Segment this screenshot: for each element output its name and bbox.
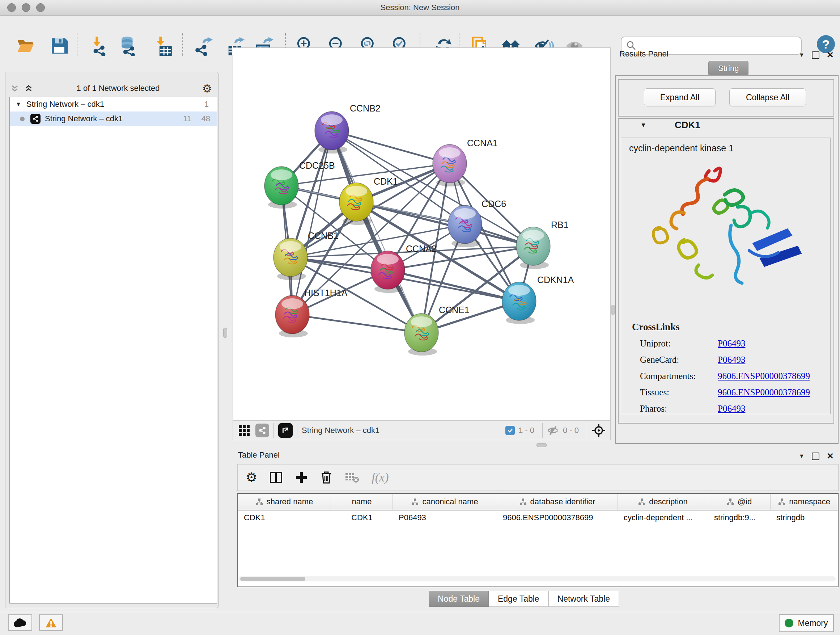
collection-label: String Network – cdk1 — [27, 100, 204, 109]
add-column-icon[interactable] — [295, 471, 308, 484]
show-columns-icon[interactable] — [270, 471, 283, 484]
protein-description: cyclin-dependent kinase 1 — [629, 143, 830, 154]
apply-function-icon: f(x) — [371, 470, 388, 485]
network-node-ccnb2[interactable]: CCNB2 — [315, 103, 381, 154]
table-panel-tabs: Node Table Edge Table Network Table — [429, 591, 619, 607]
node-label-rb1: RB1 — [551, 220, 569, 230]
column-header[interactable]: name — [331, 494, 393, 510]
table-scrollbar-thumb[interactable] — [240, 577, 305, 581]
detach-view-icon[interactable] — [278, 423, 293, 438]
undock-panel-icon[interactable] — [812, 453, 819, 460]
network-options-gear-icon[interactable]: ⚙ — [202, 82, 212, 95]
tab-edge-table[interactable]: Edge Table — [489, 591, 548, 607]
right-splitter-handle[interactable] — [611, 305, 615, 315]
float-panel-icon[interactable]: ▼ — [799, 453, 805, 459]
tab-node-table[interactable]: Node Table — [429, 591, 489, 607]
column-header[interactable]: database identifier — [497, 494, 618, 510]
cell-id[interactable]: stringdb:9... — [708, 510, 771, 525]
node-label-ccna2: CCNA2 — [406, 244, 437, 254]
cell-name[interactable]: CDK1 — [331, 510, 393, 525]
table-row[interactable]: CDK1 CDK1 P06493 9606.ENSP00000378699 cy… — [238, 510, 838, 525]
network-row-selected[interactable]: String Network – cdk1 11 48 — [10, 111, 217, 126]
network-node-cdc25b[interactable]: CDC25B — [264, 160, 335, 209]
collapse-all-icon[interactable] — [23, 83, 34, 94]
network-canvas[interactable]: CCNB2CCNA1CDC25BCDK1CDC6RB1CCNB1CCNA2CDK… — [233, 48, 611, 421]
network-birdseye-icon[interactable] — [256, 424, 269, 437]
tab-string-results[interactable]: String — [708, 61, 748, 76]
network-label: String Network – cdk1 — [45, 114, 183, 124]
status-separator — [273, 423, 274, 438]
column-header[interactable]: description — [618, 494, 708, 510]
bottom-splitter-handle[interactable] — [537, 443, 546, 447]
network-edge[interactable] — [292, 131, 332, 315]
network-node-rb1[interactable]: RB1 — [516, 220, 569, 269]
network-node-cdk1[interactable]: CDK1 — [339, 176, 398, 225]
network-edge[interactable] — [332, 131, 422, 333]
status-separator — [542, 423, 543, 438]
delete-column-icon[interactable] — [320, 470, 332, 485]
network-node-cdc6[interactable]: CDC6 — [448, 199, 506, 247]
crosslink-label: Uniprot: — [640, 339, 718, 348]
table-horizontal-scrollbar[interactable] — [239, 576, 836, 581]
status-separator — [587, 423, 587, 438]
warning-status-button[interactable] — [39, 614, 63, 631]
crosslink-genecard[interactable]: P06493 — [718, 355, 830, 365]
cell-database-identifier[interactable]: 9606.ENSP00000378699 — [497, 510, 618, 525]
node-label-ccna1: CCNA1 — [467, 138, 498, 148]
protein-name: CDK1 — [675, 119, 700, 131]
status-bar — [0, 612, 840, 635]
crosslink-label: Compartments: — [640, 371, 718, 381]
column-header[interactable]: namespace — [771, 494, 838, 510]
hidden-eye-icon[interactable] — [547, 425, 559, 436]
collection-expander-icon[interactable]: ▼ — [16, 101, 21, 108]
delete-table-icon — [345, 472, 359, 483]
close-panel-icon[interactable]: ✕ — [827, 451, 834, 461]
protein-collapse-icon[interactable]: ▼ — [640, 122, 646, 129]
expand-all-icon[interactable] — [9, 83, 20, 94]
crosslinks-title: CrossLinks — [632, 321, 830, 333]
close-panel-icon[interactable]: ✕ — [827, 50, 834, 60]
hidden-counts: 0 - 0 — [563, 426, 579, 435]
cell-namespace[interactable]: stringdb — [771, 510, 838, 525]
crosslink-uniprot[interactable]: P06493 — [718, 339, 830, 348]
crosslink-pharos[interactable]: P06493 — [718, 404, 830, 414]
node-label-cdc6: CDC6 — [482, 199, 506, 209]
grid-view-icon[interactable] — [238, 424, 250, 437]
memory-label: Memory — [798, 618, 828, 628]
network-status-dot — [20, 117, 25, 121]
cloud-icon — [14, 618, 27, 627]
crosslink-tissues[interactable]: 9606.ENSP00000378699 — [718, 387, 830, 397]
selected-checkbox-icon[interactable] — [505, 426, 515, 435]
column-header[interactable]: canonical name — [393, 494, 497, 510]
collapse-all-button[interactable]: Collapse All — [729, 88, 806, 106]
tab-network-table[interactable]: Network Table — [548, 591, 619, 607]
fit-center-icon[interactable] — [592, 423, 606, 438]
network-node-ccne1[interactable]: CCNE1 — [404, 305, 470, 356]
left-splitter-handle[interactable] — [223, 328, 227, 338]
expand-all-button[interactable]: Expand All — [644, 88, 715, 106]
undock-panel-icon[interactable] — [812, 51, 819, 59]
table-settings-gear-icon[interactable]: ⚙ — [246, 470, 257, 485]
cell-shared-name[interactable]: CDK1 — [238, 510, 331, 525]
network-node-cdkn1a[interactable]: CDKN1A — [502, 275, 574, 324]
float-panel-icon[interactable]: ▼ — [799, 52, 805, 58]
column-header[interactable]: @id — [708, 494, 771, 510]
network-edge[interactable] — [292, 315, 422, 333]
memory-button[interactable]: Memory — [779, 614, 834, 632]
collection-count: 1 — [204, 100, 209, 109]
node-label-ccnb2: CCNB2 — [350, 103, 381, 113]
network-tree: ▼ String Network – cdk1 1 String Network… — [9, 97, 217, 603]
crosslink-compartments[interactable]: 9606.ENSP00000378699 — [718, 371, 830, 381]
network-node-hist1h1a[interactable]: HIST1H1A — [275, 288, 347, 337]
memory-status-dot — [785, 619, 793, 627]
network-collection-row[interactable]: ▼ String Network – cdk1 1 — [10, 97, 217, 111]
network-edge-count: 48 — [202, 114, 210, 124]
cloud-status-button[interactable] — [8, 614, 32, 631]
network-edge[interactable] — [332, 131, 450, 164]
cytoscape-window: { "window": { "title": "Session: New Ses… — [0, 0, 840, 635]
crosslink-label: Tissues: — [640, 387, 718, 397]
table-panel-title: Table Panel — [238, 450, 279, 459]
column-header[interactable]: shared name — [238, 494, 331, 510]
cell-canonical-name[interactable]: P06493 — [393, 510, 497, 525]
cell-description[interactable]: cyclin-dependent ... — [618, 510, 708, 525]
